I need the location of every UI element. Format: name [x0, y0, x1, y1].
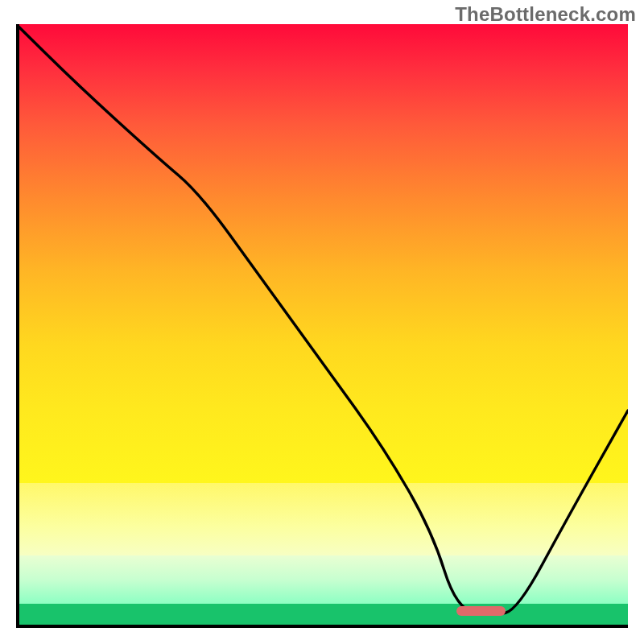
chart-root: TheBottleneck.com [0, 0, 644, 644]
bottleneck-curve [16, 24, 628, 614]
highlight-marker [456, 606, 506, 616]
watermark-text: TheBottleneck.com [455, 3, 636, 26]
plot-area [16, 24, 628, 628]
curve-layer [16, 24, 628, 628]
